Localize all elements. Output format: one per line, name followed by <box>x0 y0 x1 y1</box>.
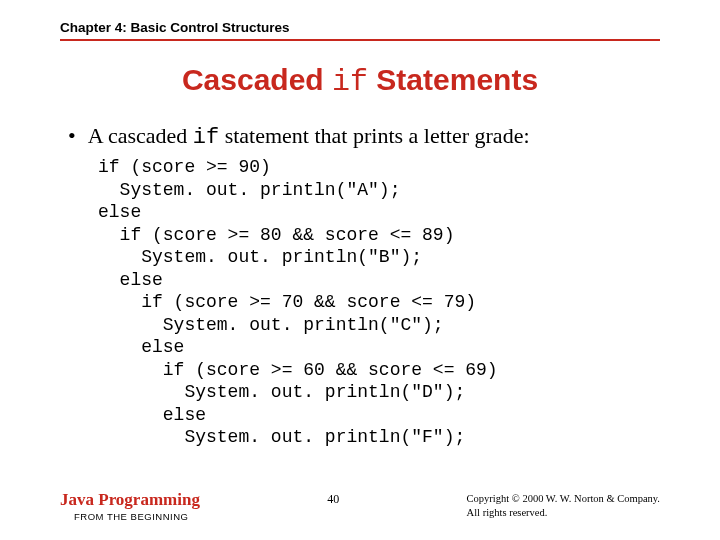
bullet-text: A cascaded if statement that prints a le… <box>88 123 530 150</box>
slide-title: Cascaded if Statements <box>60 63 660 99</box>
title-post: Statements <box>368 63 538 96</box>
code-block: if (score >= 90) System. out. println("A… <box>98 156 660 449</box>
title-code: if <box>332 65 368 99</box>
bullet-dot: • <box>68 123 76 150</box>
footer-brand: Java Programming FROM THE BEGINNING <box>60 490 200 522</box>
brand-title: Java Programming <box>60 490 200 510</box>
bullet-pre: A cascaded <box>88 123 193 148</box>
page-number: 40 <box>327 492 339 507</box>
footer: Java Programming FROM THE BEGINNING 40 C… <box>60 490 660 522</box>
chapter-header: Chapter 4: Basic Control Structures <box>60 20 660 41</box>
copyright-line2: All rights reserved. <box>467 506 660 520</box>
bullet-code: if <box>193 125 219 150</box>
brand-subtitle: FROM THE BEGINNING <box>74 511 200 522</box>
copyright: Copyright © 2000 W. W. Norton & Company.… <box>467 492 660 519</box>
copyright-line1: Copyright © 2000 W. W. Norton & Company. <box>467 492 660 506</box>
bullet-item: • A cascaded if statement that prints a … <box>60 123 660 150</box>
bullet-post: statement that prints a letter grade: <box>219 123 529 148</box>
title-pre: Cascaded <box>182 63 332 96</box>
